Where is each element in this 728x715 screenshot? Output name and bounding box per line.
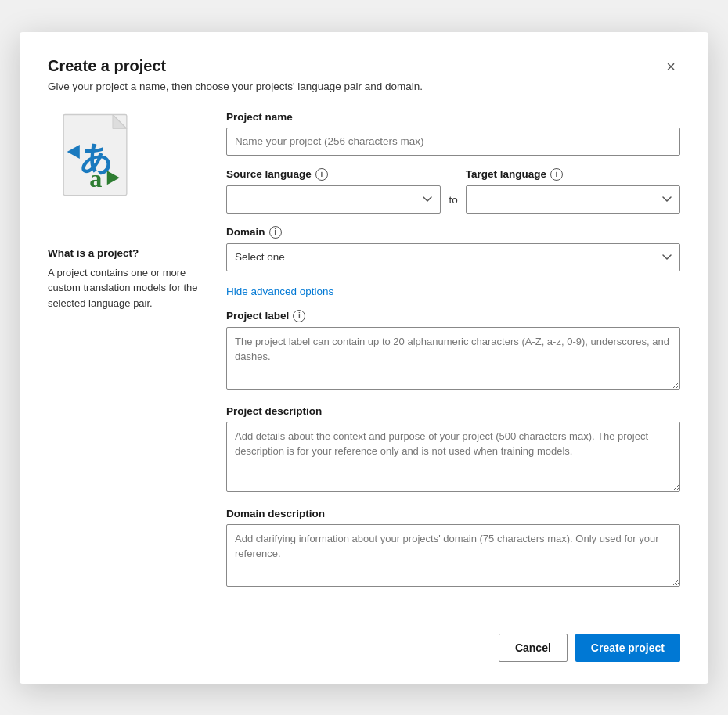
project-label-field-group: Project label i <box>226 310 680 393</box>
create-project-button[interactable]: Create project <box>575 634 680 662</box>
source-language-group: Source language i <box>226 168 441 214</box>
what-is-desc: A project contains one or more custom tr… <box>48 265 204 311</box>
hide-advanced-button[interactable]: Hide advanced options <box>226 286 333 297</box>
target-language-info-icon: i <box>550 168 563 181</box>
domain-desc-field-group: Domain description <box>226 508 680 590</box>
target-language-group: Target language i <box>466 168 680 214</box>
project-name-label: Project name <box>226 111 680 123</box>
project-name-input[interactable] <box>226 128 680 156</box>
source-language-select[interactable] <box>226 185 441 214</box>
create-project-dialog: Create a project × Give your project a n… <box>20 32 708 684</box>
source-language-info-icon: i <box>315 168 328 181</box>
domain-desc-input[interactable] <box>226 524 680 587</box>
domain-select[interactable]: Select one <box>226 243 680 271</box>
close-button[interactable]: × <box>661 57 680 76</box>
dialog-footer: Cancel Create project <box>48 621 680 662</box>
cancel-button[interactable]: Cancel <box>499 634 568 662</box>
right-panel: Project name Source language i to <box>226 111 680 602</box>
to-label: to <box>449 194 457 206</box>
domain-info-icon: i <box>269 226 282 239</box>
domain-label: Domain i <box>226 226 680 239</box>
domain-desc-label: Domain description <box>226 508 680 519</box>
project-label-label: Project label i <box>226 310 680 322</box>
svg-text:a: a <box>89 163 102 192</box>
dialog-header: Create a project × <box>48 57 680 76</box>
project-desc-field-group: Project description <box>226 405 680 495</box>
source-language-label: Source language i <box>226 168 441 181</box>
target-language-select[interactable] <box>466 185 680 214</box>
left-panel: あ a What is a project? A project contain… <box>48 111 204 602</box>
dialog-title: Create a project <box>48 57 166 75</box>
language-row: Source language i to Target language i <box>226 168 680 214</box>
target-language-label: Target language i <box>466 168 680 181</box>
dialog-subtitle: Give your project a name, then choose yo… <box>48 81 680 92</box>
project-desc-label: Project description <box>226 405 680 417</box>
project-label-info-icon: i <box>293 310 305 322</box>
what-is-title: What is a project? <box>48 247 204 259</box>
project-icon: あ a <box>48 111 150 213</box>
project-icon-container: あ a <box>48 111 204 232</box>
project-name-field-group: Project name <box>226 111 680 156</box>
project-label-input[interactable] <box>226 327 680 390</box>
project-desc-input[interactable] <box>226 422 680 492</box>
dialog-body: あ a What is a project? A project contain… <box>48 111 680 602</box>
domain-field-group: Domain i Select one <box>226 226 680 271</box>
